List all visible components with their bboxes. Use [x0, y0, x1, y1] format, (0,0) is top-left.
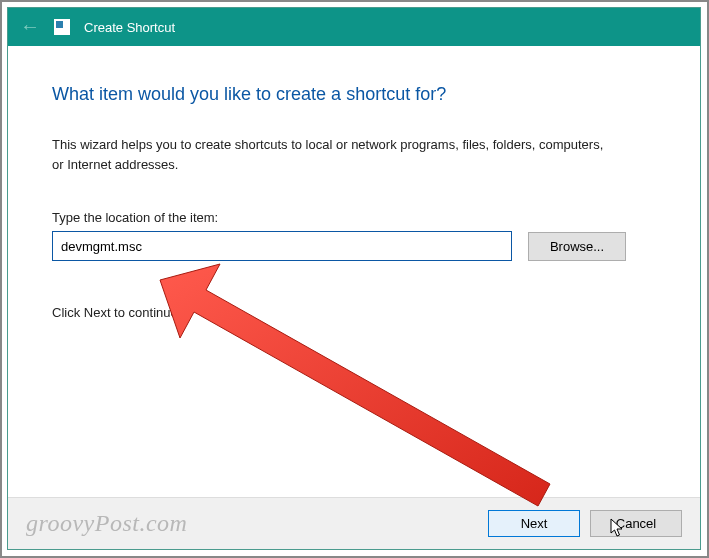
- continue-instruction: Click Next to continue.: [52, 305, 656, 320]
- page-heading: What item would you like to create a sho…: [52, 84, 656, 105]
- input-row: Browse...: [52, 231, 656, 261]
- location-label: Type the location of the item:: [52, 210, 656, 225]
- create-shortcut-window: ← Create Shortcut What item would you li…: [7, 7, 701, 550]
- location-input[interactable]: [52, 231, 512, 261]
- watermark-text: groovyPost.com: [26, 510, 187, 537]
- shortcut-icon: [54, 19, 70, 35]
- window-title: Create Shortcut: [84, 20, 175, 35]
- wizard-description: This wizard helps you to create shortcut…: [52, 135, 612, 174]
- browse-button[interactable]: Browse...: [528, 232, 626, 261]
- wizard-footer: groovyPost.com Next Cancel: [8, 497, 700, 549]
- titlebar: ← Create Shortcut: [8, 8, 700, 46]
- cancel-button[interactable]: Cancel: [590, 510, 682, 537]
- back-arrow-icon[interactable]: ←: [20, 16, 40, 38]
- next-button[interactable]: Next: [488, 510, 580, 537]
- wizard-content: What item would you like to create a sho…: [8, 46, 700, 497]
